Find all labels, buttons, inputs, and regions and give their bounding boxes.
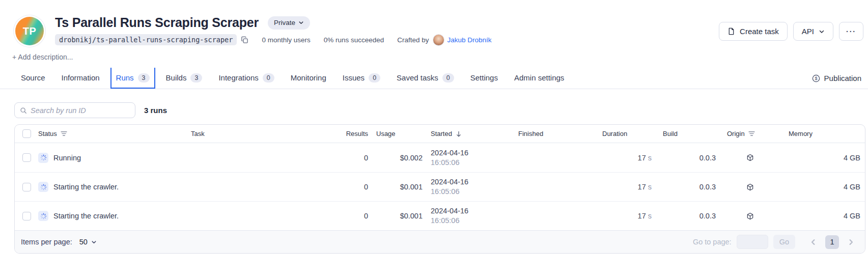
col-started[interactable]: Started xyxy=(423,129,518,139)
select-all-checkbox[interactable] xyxy=(22,129,31,138)
run-row: Starting the crawler. 0 $0.001 2024-04-1… xyxy=(15,201,865,230)
previous-page-button[interactable] xyxy=(809,238,817,246)
results-cell: 0 xyxy=(325,183,368,191)
more-actions-button[interactable]: ··· xyxy=(839,22,863,41)
runs-toolbar: 3 runs xyxy=(14,102,868,118)
header-left: TP Ts Parallel Runs Scraping Scraper Pri… xyxy=(15,15,492,45)
filter-icon[interactable] xyxy=(748,131,755,136)
go-button[interactable]: Go xyxy=(773,235,795,249)
page-header: TP Ts Parallel Runs Scraping Scraper Pri… xyxy=(0,0,868,45)
status-tile xyxy=(38,211,48,221)
tab-admin-settings[interactable]: Admin settings xyxy=(509,68,570,89)
row-checkbox-cell xyxy=(15,183,38,191)
create-task-button[interactable]: Create task xyxy=(719,22,788,41)
items-per-page-label: Items per page: xyxy=(21,238,72,246)
started-date: 2024-04-16 xyxy=(431,177,518,187)
search-icon xyxy=(20,107,27,114)
runs-count: 3 runs xyxy=(144,106,167,115)
tab-bar: Source Information Runs 3 Builds 3 Integ… xyxy=(0,68,868,89)
tab-label: Saved tasks xyxy=(397,73,438,82)
tab-information[interactable]: Information xyxy=(56,68,105,89)
chevron-right-icon xyxy=(847,238,855,246)
table-footer: Items per page: 50 Go to page: Go 1 xyxy=(15,230,865,253)
run-status-link[interactable]: Running xyxy=(38,153,191,163)
tab-builds[interactable]: Builds 3 xyxy=(160,68,208,89)
tab-issues[interactable]: Issues 0 xyxy=(337,68,386,89)
tab-integrations[interactable]: Integrations 0 xyxy=(213,68,279,89)
run-row: Starting the crawler. 0 $0.001 2024-04-1… xyxy=(15,172,865,201)
copy-icon xyxy=(241,36,248,44)
col-duration-label: Duration xyxy=(602,130,627,137)
usage-cell: $0.002 xyxy=(368,154,423,162)
visibility-dropdown[interactable]: Private xyxy=(268,16,310,30)
tab-settings[interactable]: Settings xyxy=(465,68,503,89)
tab-label: Source xyxy=(21,73,45,82)
add-description-button[interactable]: + Add description... xyxy=(12,53,868,61)
header-actions: Create task API ··· xyxy=(719,22,863,41)
usage-cell: $0.001 xyxy=(368,183,423,191)
row-checkbox[interactable] xyxy=(22,212,31,220)
started-cell: 2024-04-16 16:05:06 xyxy=(423,177,518,197)
tab-label: Integrations xyxy=(218,73,258,82)
row-checkbox[interactable] xyxy=(22,153,31,162)
col-build-label: Build xyxy=(663,130,678,137)
tab-runs[interactable]: Runs 3 xyxy=(110,68,155,89)
header-text: Ts Parallel Runs Scraping Scraper Privat… xyxy=(55,15,492,45)
col-origin: Origin xyxy=(716,130,784,137)
items-per-page-value: 50 xyxy=(79,238,88,246)
build-cell: 0.0.3 xyxy=(652,154,716,162)
run-row: Running 0 $0.002 2024-04-16 16:05:06 17s… xyxy=(15,143,865,172)
tab-count-badge: 3 xyxy=(138,73,150,82)
actor-avatar-initials: TP xyxy=(23,25,37,37)
actor-detail-page: TP Ts Parallel Runs Scraping Scraper Pri… xyxy=(0,0,868,276)
memory-cell: 4 GB xyxy=(784,183,865,191)
run-status-link[interactable]: Starting the crawler. xyxy=(38,211,191,221)
next-page-button[interactable] xyxy=(847,238,855,246)
col-usage-label: Usage xyxy=(376,130,396,137)
memory-cell: 4 GB xyxy=(784,212,865,220)
tab-label: Builds xyxy=(166,73,187,82)
duration-value: 17 xyxy=(638,154,646,162)
run-status-link[interactable]: Starting the crawler. xyxy=(38,182,191,192)
table-header-row: Status Task Results Usage Started Finish… xyxy=(15,125,865,143)
filter-icon[interactable] xyxy=(61,131,67,136)
create-task-label: Create task xyxy=(740,27,779,36)
more-icon: ··· xyxy=(846,27,856,36)
tab-count-badge: 0 xyxy=(263,73,274,82)
tab-saved-tasks[interactable]: Saved tasks 0 xyxy=(391,68,460,89)
api-label: API xyxy=(802,27,814,36)
col-task: Task xyxy=(191,130,325,137)
author-link[interactable]: Jakub Drobník xyxy=(447,36,492,44)
status-tile xyxy=(38,182,48,192)
memory-cell: 4 GB xyxy=(784,154,865,162)
duration-cell: 17s xyxy=(602,183,652,191)
row-checkbox[interactable] xyxy=(22,183,31,191)
duration-value: 17 xyxy=(638,212,646,220)
package-icon xyxy=(746,183,754,191)
tab-count-badge: 3 xyxy=(190,73,202,82)
pagination-controls: Go to page: Go 1 xyxy=(693,235,855,249)
publication-link[interactable]: $ Publication xyxy=(812,68,868,89)
go-to-page-input[interactable] xyxy=(737,235,768,249)
tab-label: Runs xyxy=(116,73,134,82)
col-status: Status xyxy=(38,130,191,137)
tab-monitoring[interactable]: Monitoring xyxy=(285,68,332,89)
current-page-button[interactable]: 1 xyxy=(825,235,839,249)
package-icon xyxy=(746,212,754,220)
api-dropdown-button[interactable]: API xyxy=(793,22,833,41)
search-input[interactable] xyxy=(31,103,135,118)
col-results: Results xyxy=(325,130,368,137)
tab-source[interactable]: Source xyxy=(15,68,51,89)
items-per-page-select[interactable]: 50 xyxy=(79,238,97,246)
copy-button[interactable] xyxy=(241,36,248,44)
build-cell: 0.0.3 xyxy=(652,212,716,220)
chevron-down-icon xyxy=(91,239,97,245)
col-memory-label: Memory xyxy=(789,130,813,137)
col-usage: Usage xyxy=(368,130,423,137)
chevron-left-icon xyxy=(809,238,817,246)
col-results-label: Results xyxy=(346,130,368,137)
spinner-icon xyxy=(40,184,47,190)
started-time: 16:05:06 xyxy=(431,158,518,168)
duration-value: 17 xyxy=(638,183,646,191)
go-to-page-label: Go to page: xyxy=(693,238,732,246)
